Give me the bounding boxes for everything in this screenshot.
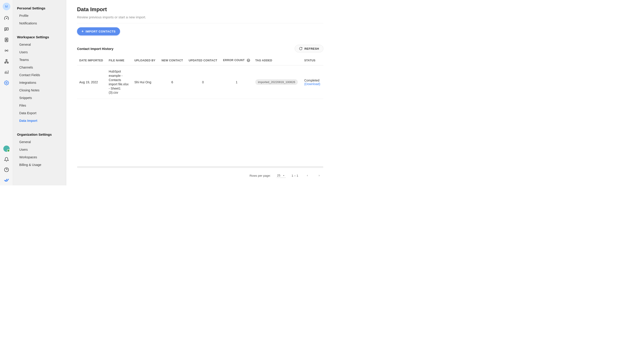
sidebar-item-data-import[interactable]: Data Import	[13, 117, 66, 124]
organization-settings-header: Organization Settings	[13, 131, 66, 138]
prev-page-button[interactable]	[304, 172, 310, 179]
horizontal-scrollbar[interactable]	[77, 166, 323, 168]
user-avatar[interactable]	[3, 146, 10, 152]
cell-status: Completed (Download)	[302, 66, 323, 99]
next-page-button[interactable]	[316, 172, 322, 179]
page-subtitle: Review previous imports or start a new i…	[77, 15, 323, 23]
col-error-count: ERROR COUNT ?	[220, 56, 253, 66]
download-link[interactable]: (Download)	[304, 82, 321, 86]
sidebar-item-closing-notes[interactable]: Closing Notes	[13, 86, 66, 94]
page-title: Data Import	[77, 6, 330, 12]
tag-chip: imported_20220819_100826	[255, 79, 298, 85]
import-contacts-button[interactable]: + IMPORT CONTACTS	[77, 27, 120, 36]
col-file: FILE NAME	[106, 56, 132, 66]
chevron-down-icon	[282, 174, 285, 177]
messages-icon[interactable]	[4, 26, 9, 32]
help-icon[interactable]	[4, 167, 9, 172]
cell-error-count: 1	[220, 66, 253, 99]
import-contacts-label: IMPORT CONTACTS	[86, 30, 116, 33]
status-text: Completed	[304, 78, 321, 82]
refresh-icon	[299, 47, 302, 50]
col-tag-added: TAG ADDED	[253, 56, 302, 66]
refresh-label: REFRESH	[304, 47, 319, 50]
workspace-settings-header: Workspace Settings	[13, 33, 66, 41]
rows-per-page-select[interactable]: 25	[276, 173, 286, 178]
table-row: Aug 19, 2022 HubSpot example - Contacts …	[77, 66, 323, 99]
sidebar-item-teams[interactable]: Teams	[13, 56, 66, 64]
sidebar-item-org-workspaces[interactable]: Workspaces	[13, 154, 66, 161]
reports-icon[interactable]	[4, 70, 9, 75]
sidebar-item-contact-fields[interactable]: Contact Fields	[13, 71, 66, 79]
sidebar-item-org-billing[interactable]: Billing & Usage	[13, 161, 66, 168]
sidebar-item-org-general[interactable]: General	[13, 138, 66, 146]
sidebar-item-notifications[interactable]: Notifications	[13, 20, 66, 27]
svg-point-6	[6, 50, 7, 51]
sidebar-item-files[interactable]: Files	[13, 102, 66, 109]
settings-icon[interactable]	[4, 80, 9, 86]
brand-logo-icon	[4, 177, 9, 183]
cell-new-contact: 6	[159, 66, 186, 99]
svg-point-0	[6, 18, 6, 18]
pagination: Rows per page: 25 1 – 1	[77, 172, 323, 179]
svg-rect-7	[6, 60, 7, 61]
col-updated-contact: UPDATED CONTACT	[186, 56, 220, 66]
cell-uploaded-by: Shi Hui Ong	[132, 66, 159, 99]
chevron-left-icon	[306, 174, 309, 177]
sidebar-item-org-users[interactable]: Users	[13, 146, 66, 154]
sidebar-item-integrations[interactable]: Integrations	[13, 79, 66, 86]
svg-point-5	[6, 39, 7, 40]
col-date: DATE IMPORTED	[77, 56, 106, 66]
svg-rect-9	[7, 62, 8, 63]
contacts-icon[interactable]	[4, 37, 9, 42]
cell-file: HubSpot example - Contacts import file.x…	[106, 66, 132, 99]
personal-settings-header: Personal Settings	[13, 4, 66, 12]
history-title: Contact Import History	[77, 47, 114, 50]
pagination-range: 1 – 1	[292, 174, 298, 177]
chevron-right-icon	[318, 174, 321, 177]
sidebar-item-data-export[interactable]: Data Export	[13, 109, 66, 117]
error-count-help-icon[interactable]: ?	[247, 59, 250, 62]
plus-icon: +	[82, 30, 84, 33]
import-history-table: DATE IMPORTED FILE NAME UPLOADED BY NEW …	[77, 56, 323, 99]
icon-rail: M	[0, 0, 13, 186]
sidebar-item-channels[interactable]: Channels	[13, 64, 66, 71]
col-uploaded-by: UPLOADED BY	[132, 56, 159, 66]
main-content: Data Import Review previous imports or s…	[66, 0, 339, 186]
svg-point-14	[6, 82, 7, 84]
rows-per-page-label: Rows per page:	[250, 174, 271, 177]
refresh-button[interactable]: REFRESH	[295, 45, 323, 52]
settings-sidebar: Personal Settings Profile Notifications …	[13, 0, 66, 186]
col-status: STATUS	[302, 56, 323, 66]
cell-date: Aug 19, 2022	[77, 66, 106, 99]
sidebar-item-profile[interactable]: Profile	[13, 12, 66, 20]
cell-updated-contact: 0	[186, 66, 220, 99]
svg-rect-8	[4, 62, 6, 63]
dashboard-icon[interactable]	[4, 16, 9, 21]
sidebar-item-snippets[interactable]: Snippets	[13, 94, 66, 102]
sidebar-item-users[interactable]: Users	[13, 48, 66, 56]
sidebar-item-general[interactable]: General	[13, 41, 66, 48]
cell-tag: imported_20220819_100826	[253, 66, 302, 99]
broadcast-icon[interactable]	[4, 48, 9, 53]
col-new-contact: NEW CONTACT	[159, 56, 186, 66]
workspace-avatar[interactable]: M	[3, 3, 10, 10]
notifications-icon[interactable]	[4, 157, 9, 162]
workflow-icon[interactable]	[4, 59, 9, 64]
